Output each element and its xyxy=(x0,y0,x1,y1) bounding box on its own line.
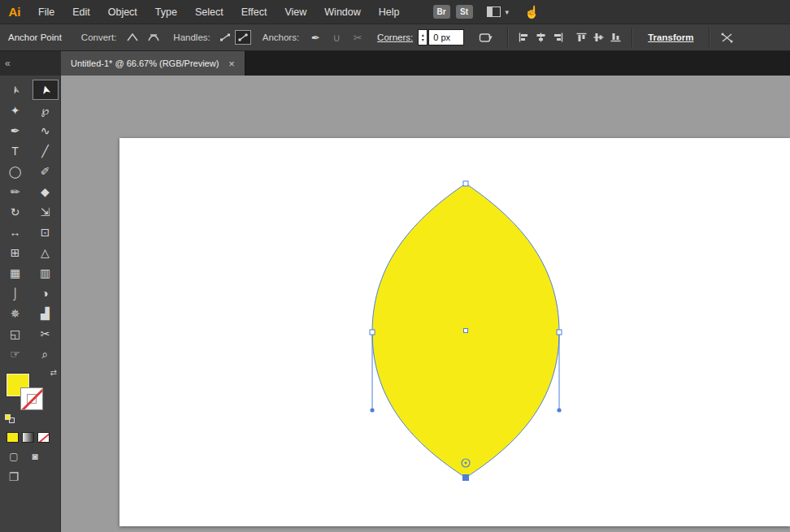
magic-wand-tool[interactable]: ✦ xyxy=(2,100,28,120)
tool-icon: ✐ xyxy=(41,166,50,177)
cut-path-button[interactable]: ✂ xyxy=(348,28,367,46)
left-handle-end[interactable] xyxy=(370,408,374,412)
show-handles-button[interactable] xyxy=(235,30,251,45)
document-tab[interactable]: Untitled-1* @ 66.67% (RGB/Preview) × xyxy=(61,51,245,76)
menu-effect[interactable]: Effect xyxy=(232,6,276,18)
width-tool[interactable]: ↔ xyxy=(2,222,28,242)
color-button[interactable] xyxy=(7,432,19,443)
corners-link[interactable]: Corners: xyxy=(377,32,413,42)
tool-icon: ✏ xyxy=(11,186,20,197)
bridge-button[interactable]: Br xyxy=(433,5,450,19)
menu-file[interactable]: File xyxy=(29,6,63,18)
center-point[interactable] xyxy=(464,329,468,333)
document-tab-title: Untitled-1* @ 66.67% (RGB/Preview) xyxy=(71,58,219,68)
convert-to-corner-button[interactable] xyxy=(123,28,142,46)
column-graph-tool[interactable]: ▟ xyxy=(33,303,59,323)
stepper-down-icon[interactable]: ▾ xyxy=(422,37,424,42)
menu-window[interactable]: Window xyxy=(315,6,369,18)
tool-icon: T xyxy=(11,145,19,157)
perspective-grid-tool[interactable]: △ xyxy=(33,242,59,262)
lasso-tool[interactable]: ℘ xyxy=(33,100,59,120)
tool-icon: △ xyxy=(41,247,50,258)
shaper-tool[interactable]: ✏ xyxy=(2,181,28,201)
stroke-swatch[interactable] xyxy=(20,387,43,410)
corners-input[interactable]: 0 px xyxy=(428,29,464,45)
select-similar-button[interactable]: ▾ xyxy=(472,28,498,46)
paintbrush-tool[interactable]: ✐ xyxy=(33,161,59,181)
workspace-switcher-icon[interactable] xyxy=(487,6,501,17)
rotate-tool[interactable]: ↻ xyxy=(2,201,28,222)
tool-icon: ▦ xyxy=(10,267,20,279)
artboard-tool[interactable]: ◱ xyxy=(2,323,28,344)
chevron-down-icon[interactable]: ▾ xyxy=(506,8,510,16)
zoom-tool[interactable]: ⌕ xyxy=(33,344,59,364)
align-top-button[interactable] xyxy=(573,29,590,45)
blend-tool[interactable]: ◑ xyxy=(33,283,59,303)
symbol-sprayer-tool[interactable]: ✵ xyxy=(2,303,28,323)
ellipse-tool[interactable]: ◯ xyxy=(2,161,28,181)
free-transform-tool[interactable]: ⊡ xyxy=(33,222,59,242)
slice-tool[interactable]: ✂ xyxy=(33,323,59,344)
tool-icon: ⊞ xyxy=(11,247,20,258)
eraser-tool[interactable]: ◆ xyxy=(33,181,59,201)
tool-icon: ℘ xyxy=(41,105,50,116)
align-vertical-center-button[interactable] xyxy=(590,29,607,45)
menu-object[interactable]: Object xyxy=(99,6,146,18)
tool-icon: ✵ xyxy=(11,308,20,319)
selection-tool[interactable]: ➣ xyxy=(2,80,28,100)
left-anchor[interactable] xyxy=(370,330,375,335)
draw-behind-mode-button[interactable]: ◙ xyxy=(28,450,42,463)
tool-icon: ⌡ xyxy=(11,288,18,299)
convert-to-smooth-button[interactable] xyxy=(144,28,163,46)
align-left-button[interactable] xyxy=(515,29,532,45)
eyedropper-tool[interactable]: ⌡ xyxy=(2,283,28,303)
stock-button[interactable]: St xyxy=(456,5,473,19)
menu-help[interactable]: Help xyxy=(370,6,409,18)
touch-workspace-icon[interactable]: ☝ xyxy=(524,5,540,19)
line-segment-tool[interactable]: ╱ xyxy=(33,141,59,161)
menu-view[interactable]: View xyxy=(276,6,315,18)
convert-label: Convert: xyxy=(81,32,116,42)
menu-type[interactable]: Type xyxy=(146,6,186,18)
canvas[interactable] xyxy=(61,76,790,532)
draw-normal-mode-button[interactable]: ▢ xyxy=(7,450,21,463)
gradient-button[interactable] xyxy=(22,432,34,443)
pen-tool[interactable]: ✒ xyxy=(2,120,28,141)
direct-selection-tool[interactable]: ➤ xyxy=(33,80,59,100)
separator xyxy=(632,28,632,47)
scale-tool[interactable]: ⇲ xyxy=(33,201,59,222)
tab-close-icon[interactable]: × xyxy=(228,58,235,70)
collapse-panel-icon[interactable]: « xyxy=(5,58,11,69)
tool-icon: ◆ xyxy=(41,186,50,197)
curvature-tool[interactable]: ∿ xyxy=(33,120,59,141)
menu-edit[interactable]: Edit xyxy=(63,6,99,18)
hand-tool[interactable]: ☞ xyxy=(2,344,28,364)
top-anchor[interactable] xyxy=(463,181,468,186)
align-right-button[interactable] xyxy=(549,29,566,45)
app-logo[interactable]: Ai xyxy=(0,0,29,24)
right-handle-end[interactable] xyxy=(557,408,561,412)
corners-stepper[interactable]: ▴ ▾ xyxy=(418,29,428,45)
shape-builder-tool[interactable]: ⊞ xyxy=(2,242,28,262)
remove-anchor-point-button[interactable]: ✒ xyxy=(306,28,325,46)
gradient-tool[interactable]: ▥ xyxy=(33,262,59,283)
bottom-anchor-selected[interactable] xyxy=(463,475,469,481)
hide-handles-button[interactable] xyxy=(217,30,233,45)
isolate-selected-object-icon[interactable] xyxy=(717,28,736,46)
none-button[interactable] xyxy=(37,432,50,443)
select-similar-chevron-icon[interactable]: ▾ xyxy=(488,33,493,41)
fill-stroke-widget: ⇄ xyxy=(7,374,52,414)
menu-select[interactable]: Select xyxy=(186,6,232,18)
connect-end-points-button[interactable]: ∪ xyxy=(327,28,346,46)
type-tool[interactable]: T xyxy=(2,141,28,161)
align-horizontal-center-button[interactable] xyxy=(532,29,549,45)
align-bottom-button[interactable] xyxy=(607,29,624,45)
swap-fill-stroke-icon[interactable]: ⇄ xyxy=(50,368,57,377)
default-fill-stroke-icon[interactable] xyxy=(5,414,16,424)
mesh-tool[interactable]: ▦ xyxy=(2,262,28,283)
right-anchor[interactable] xyxy=(557,330,562,335)
tool-icon: ╱ xyxy=(41,145,48,157)
main-area: ➣ ➤ ✦ ℘ ✒ ∿ xyxy=(0,76,790,532)
screen-mode-button[interactable]: ❐ xyxy=(7,470,21,483)
transform-link[interactable]: Transform xyxy=(648,32,693,42)
